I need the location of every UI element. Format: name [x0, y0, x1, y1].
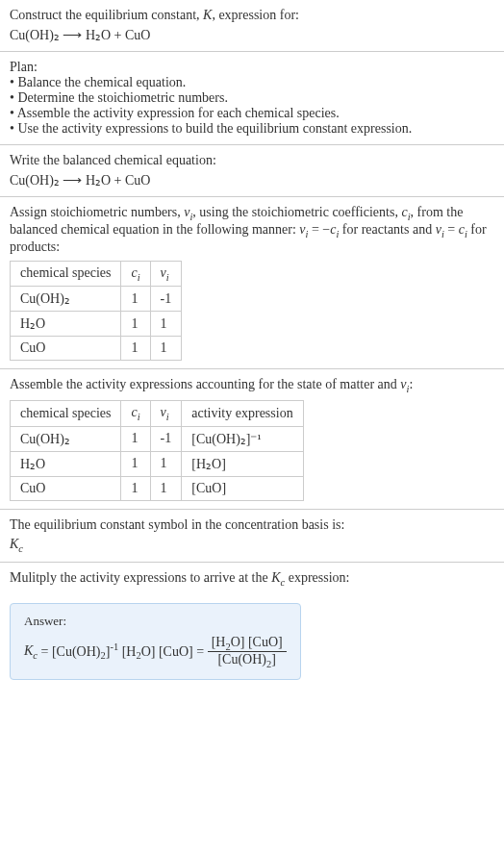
table-row: Cu(OH)₂ 1 -1 [Cu(OH)₂]⁻¹ [11, 426, 304, 451]
cell: H₂O [11, 312, 121, 337]
header-section: Construct the equilibrium constant, K, e… [0, 0, 504, 52]
plan-item: • Determine the stoichiometric numbers. [10, 90, 494, 106]
answer-expression: Kc = [Cu(OH)2]-1 [H2O] [CuO] = [H2O] [Cu… [24, 635, 287, 670]
table-row: H₂O 1 1 [11, 312, 182, 337]
cell: H₂O [11, 451, 121, 476]
stoich-text: Assign stoichiometric numbers, νi, using… [10, 205, 494, 255]
balanced-equation: Cu(OH)₂ ⟶ H₂O + CuO [10, 172, 494, 189]
activity-table: chemical species ci νi activity expressi… [10, 400, 304, 501]
header-equation: Cu(OH)₂ ⟶ H₂O + CuO [10, 27, 494, 43]
plan-section: Plan: • Balance the chemical equation. •… [0, 52, 504, 145]
col-header: chemical species [11, 261, 121, 287]
balanced-section: Write the balanced chemical equation: Cu… [0, 145, 504, 197]
multiply-section: Mulitply the activity expressions to arr… [0, 563, 504, 595]
multiply-text: Mulitply the activity expressions to arr… [10, 570, 494, 588]
table-row: CuO 1 1 [11, 337, 182, 361]
cell: -1 [150, 426, 182, 451]
cell: 1 [121, 426, 150, 451]
plan-item: • Balance the chemical equation. [10, 75, 494, 90]
table-row: CuO 1 1 [CuO] [11, 476, 304, 500]
activity-section: Assemble the activity expressions accoun… [0, 369, 504, 510]
cell: [Cu(OH)₂]⁻¹ [182, 426, 303, 451]
answer-box: Answer: Kc = [Cu(OH)2]-1 [H2O] [CuO] = [… [10, 603, 301, 681]
plan-item: • Use the activity expressions to build … [10, 121, 494, 137]
cell: 1 [150, 337, 182, 361]
table-header-row: chemical species ci νi activity expressi… [11, 401, 304, 427]
cell: 1 [150, 476, 182, 500]
header-line1: Construct the equilibrium constant, K, e… [10, 8, 494, 23]
answer-label: Answer: [24, 614, 287, 629]
plan-item: • Assemble the activity expression for e… [10, 106, 494, 121]
stoich-table: chemical species ci νi Cu(OH)₂ 1 -1 H₂O … [10, 261, 182, 362]
cell: -1 [150, 287, 182, 312]
balanced-line1: Write the balanced chemical equation: [10, 153, 494, 168]
cell: CuO [11, 337, 121, 361]
cell: 1 [121, 337, 150, 361]
cell: Cu(OH)₂ [11, 287, 121, 312]
cell: CuO [11, 476, 121, 500]
cell: 1 [121, 476, 150, 500]
col-header: νi [150, 401, 182, 427]
cell: 1 [121, 451, 150, 476]
symbol-section: The equilibrium constant symbol in the c… [0, 510, 504, 563]
activity-text: Assemble the activity expressions accoun… [10, 377, 494, 394]
cell: Cu(OH)₂ [11, 426, 121, 451]
cell: [H₂O] [182, 451, 303, 476]
col-header: νi [150, 261, 182, 287]
table-row: Cu(OH)₂ 1 -1 [11, 287, 182, 312]
table-row: H₂O 1 1 [H₂O] [11, 451, 304, 476]
col-header: ci [121, 261, 150, 287]
stoich-section: Assign stoichiometric numbers, νi, using… [0, 197, 504, 369]
col-header: activity expression [182, 401, 303, 427]
cell: 1 [121, 287, 150, 312]
table-header-row: chemical species ci νi [11, 261, 182, 287]
symbol-line1: The equilibrium constant symbol in the c… [10, 517, 494, 533]
symbol-line2: Kc [10, 537, 494, 554]
cell: [CuO] [182, 476, 303, 500]
col-header: chemical species [11, 401, 121, 427]
cell: 1 [121, 312, 150, 337]
cell: 1 [150, 451, 182, 476]
cell: 1 [150, 312, 182, 337]
plan-title: Plan: [10, 60, 494, 75]
col-header: ci [121, 401, 150, 427]
